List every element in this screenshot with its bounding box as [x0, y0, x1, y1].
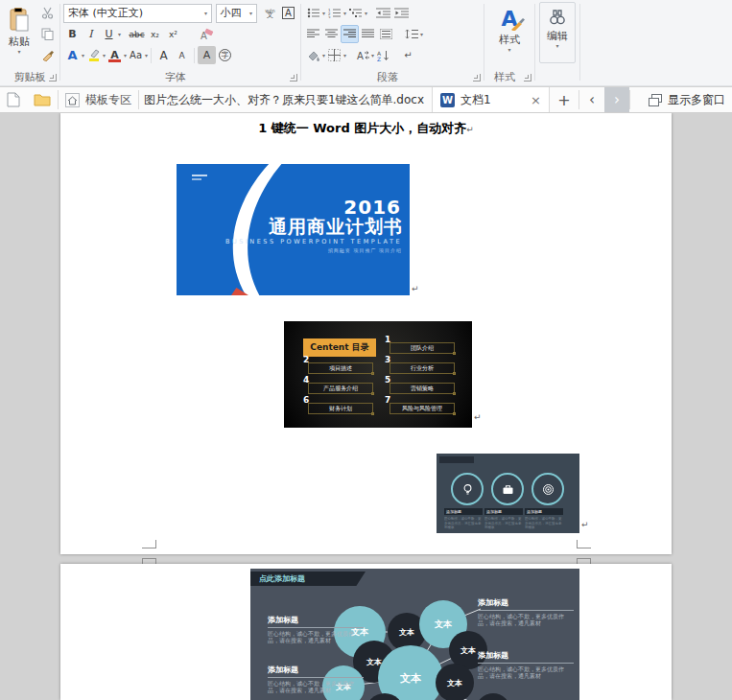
- image-slide-icons[interactable]: 添加标题 添加标题 添加标题 匠心制作，诚心不欺，更多优质作品，请在搜索素材模板…: [437, 454, 579, 533]
- circle-item: [531, 473, 564, 505]
- scroll-tabs-forward-button[interactable]: ›: [604, 87, 629, 112]
- decrease-indent-icon[interactable]: [374, 4, 392, 22]
- clipboard-group: 粘贴 ▾ 剪贴板: [0, 0, 59, 86]
- text-effects-button[interactable]: A: [63, 46, 82, 64]
- logo-placeholder-line: [192, 178, 201, 180]
- align-right-icon[interactable]: [341, 25, 359, 43]
- format-painter-icon[interactable]: [38, 46, 57, 64]
- new-tab-button[interactable]: +: [550, 87, 579, 112]
- template-zone-tab[interactable]: 模板专区: [59, 87, 138, 112]
- show-multi-window-button[interactable]: 显示多窗口: [642, 87, 732, 112]
- strikethrough-button[interactable]: abc: [128, 25, 146, 43]
- character-border-button[interactable]: A: [279, 4, 297, 22]
- line-spacing-icon[interactable]: [402, 25, 420, 43]
- phonetic-guide-button[interactable]: wén 文: [261, 4, 279, 22]
- open-folder-icon[interactable]: [27, 87, 58, 112]
- character-shading-button[interactable]: A: [198, 46, 216, 64]
- font-dialog-launcher[interactable]: [290, 74, 297, 82]
- underline-arrow[interactable]: ▾: [118, 32, 121, 37]
- circle-item: [491, 473, 524, 505]
- change-case-button[interactable]: Aa: [127, 46, 145, 64]
- change-case-arrow[interactable]: ▾: [145, 53, 148, 58]
- font-size-value: 小四: [221, 6, 242, 20]
- scroll-tabs-back-button[interactable]: ‹: [579, 87, 604, 112]
- document-title: 1 键统一 Word 图片大小，自动对齐↵: [60, 120, 672, 137]
- page-2[interactable]: 点此添加标题 文本 文本 文本 文本 文本 文本: [60, 564, 672, 700]
- justify-icon[interactable]: [359, 25, 377, 43]
- network-callout: 添加标题 匠心结构，诚心不欺，更多优质作品，请在搜索，通凡素材: [268, 665, 364, 693]
- circle-item: [451, 473, 484, 505]
- bullets-icon[interactable]: [304, 4, 322, 22]
- shading-icon[interactable]: [304, 46, 322, 64]
- paragraph-mark: ↵: [581, 520, 589, 529]
- show-marks-button[interactable]: ↵: [399, 46, 417, 64]
- target-icon: [542, 483, 555, 496]
- cut-icon[interactable]: [38, 4, 57, 22]
- bold-button[interactable]: B: [63, 25, 82, 43]
- style-button[interactable]: A 样式 ▾: [489, 2, 530, 63]
- paste-button[interactable]: 粘贴 ▾: [3, 2, 35, 65]
- image-slide-network[interactable]: 点此添加标题 文本 文本 文本 文本 文本 文本: [250, 569, 579, 700]
- toc-item: 1 团队介绍: [390, 342, 455, 354]
- doc-tab-1[interactable]: 图片怎么统一大小、对齐？原来只要1键这么简单.docx: [139, 87, 433, 112]
- image-slide-contents[interactable]: Centent 目录 2 项目描述 4 产品服务介绍 6 财务计划 1 团队介绍…: [284, 321, 472, 428]
- clear-formatting-icon[interactable]: A: [198, 25, 216, 43]
- font-group-label: 字体: [60, 70, 291, 84]
- sort-icon[interactable]: AZ: [374, 46, 392, 64]
- multilevel-arrow[interactable]: ▾: [365, 11, 367, 16]
- toc-item: 3 行业分析: [390, 362, 455, 374]
- image-slide-cover[interactable]: 2016 通用商业计划书 BUSINESS POWERPOINT TEMPLAT…: [177, 164, 410, 295]
- font-size-select[interactable]: 小四▾: [216, 4, 257, 23]
- style-dialog-launcher[interactable]: [524, 74, 531, 82]
- underline-button[interactable]: U: [100, 25, 118, 43]
- subscript-button[interactable]: x₂: [146, 25, 164, 43]
- logo-placeholder-line: [192, 175, 207, 176]
- grow-font-button[interactable]: A: [154, 46, 173, 64]
- shrink-font-button[interactable]: A: [173, 46, 191, 64]
- borders-icon[interactable]: [325, 46, 343, 64]
- style-label: 样式: [499, 33, 520, 47]
- paragraph-mark: ↵: [474, 412, 482, 422]
- line-spacing-arrow[interactable]: ▾: [420, 32, 423, 37]
- enclose-characters-button[interactable]: 字: [216, 46, 234, 64]
- multi-window-label: 显示多窗口: [668, 92, 725, 108]
- paragraph-mark: ↵: [412, 284, 419, 293]
- italic-button[interactable]: I: [82, 25, 100, 43]
- circle-item-title: 添加标题: [484, 508, 523, 515]
- network-callout: 添加标题 匠心结构，诚心不欺，更多优质作品，请在搜索，通凡素材: [478, 650, 574, 679]
- edit-button[interactable]: 编辑 ▾: [539, 2, 576, 63]
- align-left-icon[interactable]: [304, 25, 322, 43]
- svg-text:3: 3: [328, 15, 331, 19]
- multilevel-list-icon[interactable]: [346, 4, 365, 22]
- slide1-subtitle: BUSINESS POWERPOINT TEMPLATE: [225, 238, 402, 245]
- edit-label: 编辑: [547, 29, 568, 43]
- highlight-color-button[interactable]: [84, 46, 103, 64]
- font-color-button[interactable]: A: [106, 46, 124, 64]
- borders-arrow[interactable]: ▾: [343, 53, 346, 58]
- align-center-icon[interactable]: [322, 25, 341, 43]
- copy-icon[interactable]: [38, 25, 57, 43]
- briefcase-icon: [502, 483, 514, 496]
- style-group-label: 样式: [484, 70, 525, 84]
- distribute-icon[interactable]: [377, 25, 395, 43]
- slide1-tagline: 招商融资 项目推广 项目介绍: [328, 247, 402, 253]
- page-1[interactable]: 1 键统一 Word 图片大小，自动对齐↵ 2016 通用商业计划书 BUSIN…: [60, 113, 672, 554]
- style-group: A 样式 ▾ 样式: [484, 0, 534, 86]
- network-callout: 添加标题 匠心结构，诚心不欺，更多优质作品，请在搜索，通凡素材: [478, 597, 574, 626]
- font-name-select[interactable]: 宋体 (中文正文)▾: [63, 4, 212, 23]
- document-workspace[interactable]: 1 键统一 Word 图片大小，自动对齐↵ 2016 通用商业计划书 BUSIN…: [0, 113, 732, 700]
- style-arrow: ▾: [508, 47, 510, 53]
- new-file-icon[interactable]: [0, 87, 27, 112]
- word-file-icon: W: [440, 93, 455, 107]
- slide3-corner-label: [439, 456, 474, 463]
- close-tab-icon[interactable]: ×: [531, 93, 541, 107]
- asian-layout-icon[interactable]: A: [353, 46, 371, 64]
- increase-indent-icon[interactable]: [392, 4, 411, 22]
- clipboard-dialog-launcher[interactable]: [49, 74, 57, 82]
- numbering-icon[interactable]: 123: [325, 4, 343, 22]
- doc-tab-2-active[interactable]: W 文档1 ×: [433, 87, 550, 112]
- edit-find-icon: [548, 8, 567, 27]
- superscript-button[interactable]: x²: [164, 25, 182, 43]
- paragraph-dialog-launcher[interactable]: [473, 74, 481, 82]
- circle-item-body: 匠心制作，诚心不欺，更多优质作品，请在搜索素材模板: [525, 517, 563, 530]
